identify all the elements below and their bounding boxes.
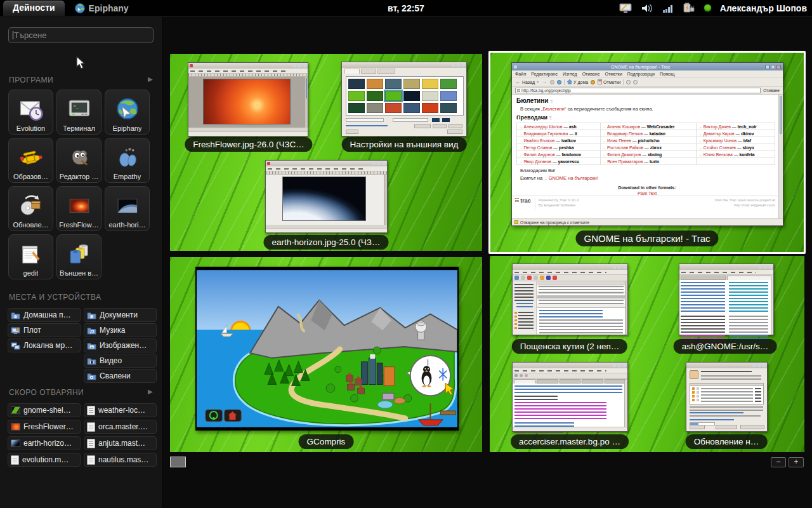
recent-expand-icon[interactable]: ▶	[148, 388, 153, 395]
translator-link[interactable]: Ростислав Райков	[607, 145, 643, 150]
app-tile-gcompris[interactable]: Образов…	[8, 138, 53, 183]
clock[interactable]: вт, 22:57	[388, 3, 424, 13]
workspace-indicator[interactable]	[170, 457, 186, 467]
window-gcompris[interactable]	[195, 267, 459, 431]
scrollbar[interactable]	[771, 276, 773, 335]
place-pictures[interactable]: Изображен…	[84, 338, 157, 352]
reload-icon[interactable]	[557, 80, 561, 84]
wallpaper-thumbnail-grid[interactable]	[346, 76, 464, 116]
app-tile-evolution[interactable]: Evolution	[8, 90, 53, 135]
menu-edit[interactable]: Редактиране	[531, 72, 558, 76]
place-home[interactable]: Домашна п…	[8, 308, 81, 322]
translator-link[interactable]: Петър Славов	[523, 145, 552, 150]
install-button[interactable]	[740, 425, 764, 429]
app-tile-terminal[interactable]: >_ Терминал	[56, 90, 102, 135]
translator-link[interactable]: Атанас Кошаров	[607, 124, 640, 129]
home-button[interactable]: У дома	[567, 79, 588, 84]
translator-link[interactable]: Илия Пенев	[607, 138, 631, 143]
window-update-manager[interactable]	[686, 362, 768, 432]
plain-text-link[interactable]: Plain Text	[516, 191, 778, 196]
add-workspace-button[interactable]: +	[789, 457, 804, 467]
get-more-link-preview[interactable]	[346, 125, 388, 127]
trac-logo[interactable]: ☵trac	[514, 197, 535, 210]
scrollbar[interactable]	[625, 281, 627, 335]
check-button[interactable]	[716, 425, 737, 429]
zoom-out-icon[interactable]	[633, 80, 638, 84]
menu-tabs[interactable]: Подпрозорци	[627, 72, 655, 76]
window-epiphany-trac[interactable]: GNOME на български! - Trac Файл Редактир…	[511, 62, 783, 226]
translator-link[interactable]: Юлия Велкова	[704, 152, 733, 157]
recent-item[interactable]: orca.master.…	[84, 420, 157, 434]
workspace-2-active[interactable]: GNOME на български! - Trac Файл Редактир…	[488, 51, 806, 254]
colors-dropdown[interactable]	[393, 118, 428, 122]
recent-item[interactable]: gnome-shel…	[8, 403, 81, 417]
menu-help[interactable]: Помощ	[660, 72, 674, 76]
app-tile-earth-horizon[interactable]: earth-hori…	[105, 186, 150, 231]
edgewall-link[interactable]: http://trac.edgewall.com/	[714, 203, 775, 208]
window-gimp-earth[interactable]	[265, 160, 388, 233]
workspace-3[interactable]: GCompris	[170, 257, 482, 452]
close-button[interactable]	[447, 130, 462, 134]
place-desktop[interactable]: Плот	[8, 323, 81, 337]
minimize-button[interactable]	[765, 65, 769, 69]
menu-file[interactable]: Файл	[515, 72, 526, 76]
user-menu[interactable]: Александър Шопов	[720, 3, 807, 13]
app-well[interactable]: Epiphany	[74, 3, 129, 14]
scrollbar[interactable]	[304, 77, 308, 128]
translator-link[interactable]: Александър Шопов	[523, 124, 562, 129]
recent-item[interactable]: anjuta.mast…	[84, 436, 157, 450]
window-appearance[interactable]	[341, 62, 467, 137]
scrollbar[interactable]	[384, 175, 387, 225]
remove-workspace-button[interactable]: −	[771, 457, 786, 467]
activities-button[interactable]: Дейности	[3, 0, 65, 17]
zoom-in-icon[interactable]	[626, 80, 631, 84]
help-button[interactable]	[346, 130, 358, 134]
translator-link[interactable]: Филип Димитров	[607, 152, 641, 157]
place-videos[interactable]: Видео	[84, 354, 157, 368]
translator-link[interactable]: Виктор Дачев	[704, 124, 731, 129]
app-tile-epiphany[interactable]: Epiphany	[105, 90, 150, 135]
recent-item[interactable]: earth-horizo…	[8, 436, 81, 450]
style-dropdown[interactable]	[346, 118, 384, 122]
network-signal-icon[interactable]	[662, 3, 674, 13]
maximize-button[interactable]	[771, 65, 775, 69]
recent-item[interactable]: FreshFlower…	[8, 420, 81, 434]
recent-item[interactable]: nautilus.mas…	[84, 453, 157, 467]
window-terminal[interactable]	[679, 264, 774, 335]
recent-item[interactable]: evolution.m…	[8, 453, 81, 467]
app-tile-appearance[interactable]: Външен в…	[56, 234, 102, 279]
bookmarks-button[interactable]: Отметки	[598, 79, 620, 84]
forward-button[interactable]: →	[542, 79, 547, 85]
app-tile-gimp[interactable]: Редактор …	[56, 138, 102, 183]
color-swatch-1[interactable]	[432, 118, 440, 122]
translator-link[interactable]: Ясен Праматаров	[607, 159, 643, 164]
history-icon[interactable]	[591, 80, 595, 84]
translator-link[interactable]: Владимира Гиргинова	[523, 131, 568, 136]
link-preview-2[interactable]	[690, 419, 734, 421]
place-music[interactable]: Музика	[84, 323, 157, 337]
menu-go[interactable]: Отиване	[582, 72, 600, 76]
app-tile-gedit[interactable]: gedit	[8, 234, 53, 279]
search-input[interactable]: Търсене	[8, 27, 154, 43]
translator-link[interactable]: Димитър Киров	[704, 131, 735, 136]
app-tile-empathy[interactable]: Empathy	[105, 138, 150, 183]
place-documents[interactable]: Документи	[84, 308, 157, 322]
team-link[interactable]: GNOME на български!	[549, 175, 598, 181]
translator-link[interactable]: Ивайло Вълков	[523, 138, 554, 143]
help-button[interactable]	[690, 425, 705, 429]
go-button[interactable]: Отиване	[763, 88, 780, 93]
workspace-4[interactable]: Пощенска кутия (2 неп… ash@GNOME:/usr/s…	[490, 256, 804, 452]
place-downloads[interactable]: Свалени	[84, 369, 157, 383]
url-input[interactable]: http://fsa-bg.org/project/gtp	[515, 88, 761, 93]
translator-link[interactable]: Владимир Петков	[607, 131, 643, 136]
volume-icon[interactable]	[641, 3, 653, 13]
menu-bookmarks[interactable]: Отметки	[605, 72, 622, 76]
menu-view[interactable]: Изглед	[563, 72, 577, 76]
link-preview-1[interactable]	[690, 412, 743, 414]
window-evolution[interactable]	[512, 264, 628, 335]
page-scrollbar[interactable]	[778, 95, 783, 218]
stop-icon[interactable]	[550, 80, 554, 84]
app-tile-updates[interactable]: Обновле…	[8, 186, 53, 231]
translator-link[interactable]: Филип Андонов	[523, 152, 554, 157]
workspace-1[interactable]: FreshFlower.jpg-26.0 (ЧЗС…	[170, 54, 482, 251]
